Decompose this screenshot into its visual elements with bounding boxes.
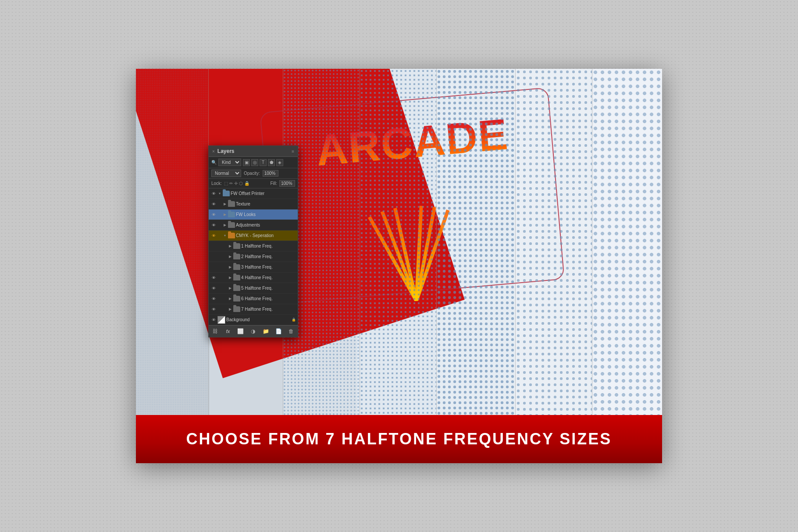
layer-adjustments[interactable]: 👁 ▶ Adjustments: [209, 220, 298, 231]
expand-arrow[interactable]: ▶: [223, 222, 227, 228]
smart-filter-icon[interactable]: ◈: [276, 159, 283, 166]
lock-icon: 🔒: [292, 318, 296, 322]
expand-arrow[interactable]: ▶: [228, 243, 232, 249]
folder-icon: [233, 306, 240, 312]
adjustment-filter-icon[interactable]: ◎: [251, 159, 258, 166]
bottom-banner-text: CHOOSE FROM 7 HALFTONE FREQUENCY SIZES: [186, 430, 612, 448]
visibility-icon[interactable]: [210, 264, 217, 270]
panel-title: Layers: [217, 148, 235, 154]
layer-name: 3 Halftone Freq.: [241, 265, 296, 270]
visibility-icon[interactable]: 👁: [210, 296, 217, 302]
fill-label: Fill:: [270, 181, 277, 186]
panel-header: × Layers ≡: [209, 146, 298, 157]
visibility-icon[interactable]: 👁: [210, 201, 217, 207]
visibility-icon[interactable]: 👁: [210, 317, 217, 323]
new-layer-icon[interactable]: 📄: [274, 327, 282, 335]
halftone-col-7: [592, 69, 662, 463]
visibility-icon[interactable]: 👁: [210, 233, 217, 239]
folder-icon: [233, 264, 240, 270]
expand-arrow[interactable]: ▶: [228, 275, 232, 281]
lock-label: Lock:: [211, 181, 222, 186]
layer-name: 7 Halftone Freq.: [241, 307, 296, 312]
folder-icon: [233, 243, 240, 249]
filter-type-select[interactable]: Kind: [218, 159, 241, 166]
new-group-icon[interactable]: 📁: [262, 327, 270, 335]
mode-opacity-row: Normal Opacity:: [209, 168, 298, 179]
link-layers-icon[interactable]: ⛓: [211, 327, 219, 335]
panel-header-left: × Layers: [212, 148, 235, 154]
visibility-icon[interactable]: [210, 254, 217, 260]
expand-arrow[interactable]: ▶: [228, 254, 232, 260]
layer-halftone-6[interactable]: 👁 ▶ 6 Halftone Freq.: [209, 294, 298, 304]
delete-layer-icon[interactable]: 🗑: [287, 327, 295, 335]
layer-name: 1 Halftone Freq.: [241, 244, 296, 248]
lock-pixels-icon[interactable]: ✏: [229, 181, 233, 186]
fill-input[interactable]: [279, 180, 295, 187]
folder-icon: [228, 212, 235, 217]
layer-halftone-7[interactable]: 👁 ▶ 7 Halftone Freq.: [209, 304, 298, 315]
expand-arrow[interactable]: ▶: [223, 212, 227, 218]
panel-menu-icon[interactable]: ≡: [292, 149, 294, 154]
layer-halftone-3[interactable]: ▶ 3 Halftone Freq.: [209, 262, 298, 273]
filter-icons-group: ▣ ◎ T ⬟ ◈: [243, 159, 283, 166]
layer-halftone-2[interactable]: ▶ 2 Halftone Freq.: [209, 252, 298, 262]
fx-icon[interactable]: fx: [224, 327, 232, 335]
lock-transparent-icon[interactable]: ⬚: [224, 181, 228, 186]
expand-arrow[interactable]: ▶: [228, 285, 232, 291]
layer-texture[interactable]: 👁 ▶ Texture: [209, 199, 298, 209]
panel-toolbar: ⛓ fx ⬜ ◑ 📁 📄 🗑: [209, 325, 298, 337]
background-thumbnail: [217, 316, 225, 324]
expand-arrow[interactable]: ▾: [217, 191, 222, 197]
text-filter-icon[interactable]: T: [260, 159, 267, 166]
folder-icon: [228, 222, 235, 228]
layer-name: FW Offset Printer: [231, 191, 296, 196]
blend-mode-select[interactable]: Normal: [211, 170, 241, 177]
lock-position-icon[interactable]: ✛: [234, 181, 238, 186]
divider-5: [515, 69, 516, 463]
shape-filter-icon[interactable]: ⬟: [268, 159, 275, 166]
visibility-icon[interactable]: 👁: [210, 285, 217, 291]
layer-name: 4 Halftone Freq.: [241, 275, 296, 280]
layer-fw-looks[interactable]: 👁 ▶ FW Looks: [209, 209, 298, 220]
visibility-icon[interactable]: 👁: [210, 306, 217, 312]
layer-name: 5 Halftone Freq.: [241, 286, 296, 291]
halftone-col-5: [436, 69, 515, 463]
layer-name: Adjustments: [236, 223, 296, 227]
lock-row: Lock: ⬚ ✏ ✛ ⬡ 🔒 Fill:: [209, 179, 298, 188]
bottom-banner: CHOOSE FROM 7 HALFTONE FREQUENCY SIZES: [136, 415, 662, 463]
lock-artboard-icon[interactable]: ⬡: [239, 181, 243, 186]
expand-arrow[interactable]: ▶: [228, 296, 232, 302]
pixel-filter-icon[interactable]: ▣: [243, 159, 250, 166]
opacity-input[interactable]: [263, 170, 278, 177]
close-icon[interactable]: ×: [212, 149, 215, 154]
expand-arrow[interactable]: ▶: [228, 264, 232, 270]
layer-background[interactable]: 👁 Background 🔒: [209, 315, 298, 325]
layer-cmyk-separation[interactable]: 👁 ▾ CMYK - Seperation: [209, 231, 298, 241]
visibility-icon[interactable]: 👁: [210, 191, 217, 197]
folder-icon: [228, 233, 235, 238]
halftone-col-6: [515, 69, 592, 463]
lock-icons-group: ⬚ ✏ ✛ ⬡ 🔒: [224, 181, 249, 186]
layer-halftone-5[interactable]: 👁 ▶ 5 Halftone Freq.: [209, 283, 298, 294]
layer-halftone-4[interactable]: 👁 ▶ 4 Halftone Freq.: [209, 273, 298, 283]
folder-icon: [228, 201, 235, 207]
filter-row: 🔍 Kind ▣ ◎ T ⬟ ◈: [209, 157, 298, 168]
layer-name: CMYK - Seperation: [236, 233, 296, 238]
layer-halftone-1[interactable]: ▶ 1 Halftone Freq.: [209, 241, 298, 252]
visibility-icon[interactable]: [210, 243, 217, 249]
visibility-icon[interactable]: 👁: [210, 275, 217, 281]
visibility-icon[interactable]: 👁: [210, 212, 217, 218]
expand-arrow[interactable]: ▶: [228, 306, 232, 312]
expand-arrow[interactable]: ▶: [223, 201, 227, 207]
main-canvas: ARCADE: [136, 69, 662, 463]
expand-arrow[interactable]: ▾: [223, 233, 227, 239]
divider-4: [436, 69, 437, 463]
search-icon: 🔍: [211, 160, 217, 165]
adjustment-icon[interactable]: ◑: [249, 327, 257, 335]
halftone-col-4: [360, 69, 436, 463]
lock-all-icon[interactable]: 🔒: [244, 181, 249, 186]
halftone-col-1: [136, 69, 208, 463]
visibility-icon[interactable]: 👁: [210, 222, 217, 228]
layer-fw-offset-printer[interactable]: 👁 ▾ FW Offset Printer: [209, 188, 298, 199]
add-mask-icon[interactable]: ⬜: [237, 327, 245, 335]
